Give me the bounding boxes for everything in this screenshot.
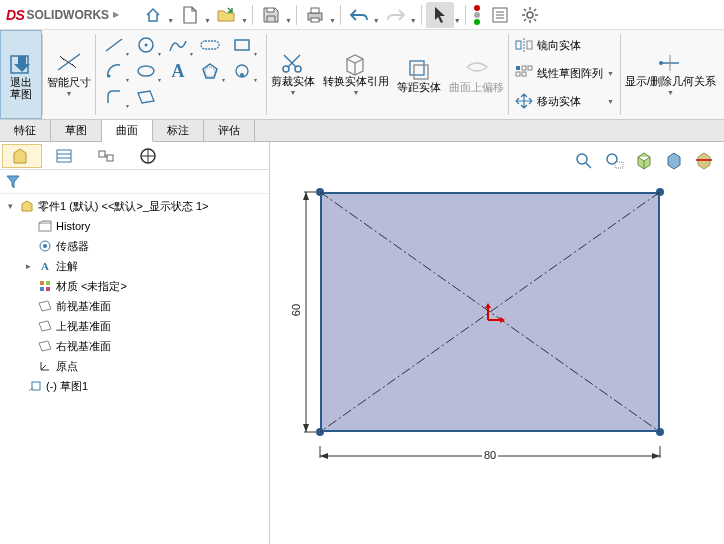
print-button[interactable] [301, 2, 329, 28]
tree-origin[interactable]: 原点 [0, 356, 269, 376]
exit-sketch-button[interactable]: 退出草图 [0, 30, 42, 119]
svg-rect-31 [516, 72, 520, 76]
smart-dimension-button[interactable]: 智能尺寸 ▼ [43, 30, 95, 119]
zoom-area-button[interactable] [600, 148, 628, 172]
logo-dropdown-icon[interactable]: ▶ [113, 10, 119, 19]
command-tabs: 特征 草图 曲面 标注 评估 [0, 120, 724, 142]
svg-marker-70 [303, 424, 309, 432]
svg-point-7 [527, 12, 533, 18]
filter-row[interactable] [0, 170, 269, 194]
front-plane-label: 前视基准面 [56, 299, 111, 314]
options-list-button[interactable] [486, 2, 514, 28]
ellipse-tool[interactable]: ▾ [130, 58, 162, 84]
svg-point-57 [577, 154, 587, 164]
circle-tool[interactable]: ▾ [130, 32, 162, 58]
svg-rect-24 [414, 65, 428, 79]
tree-history[interactable]: History [0, 216, 269, 236]
property-manager-tab[interactable] [44, 144, 84, 168]
tree-top-plane[interactable]: 上视基准面 [0, 316, 269, 336]
sensors-label: 传感器 [56, 239, 89, 254]
trim-entities-button[interactable]: 剪裁实体▼ [267, 30, 319, 119]
smart-dimension-label: 智能尺寸 [47, 76, 91, 88]
display-relations-button[interactable]: 显示/删除几何关系▼ [621, 30, 720, 119]
move-entities-button[interactable]: 移动实体▼ [511, 88, 618, 114]
dimension-h-value[interactable]: 80 [482, 449, 498, 461]
quick-access-toolbar: ▼ ▼ ▼ ▼ ▼ ▼ ▼ ▼ [139, 2, 544, 28]
convert-entities-button[interactable]: 转换实体引用▼ [319, 30, 393, 119]
mirror-entities-button[interactable]: 镜向实体 [511, 32, 618, 58]
home-button[interactable] [139, 2, 167, 28]
polygon-tool[interactable]: ▾ [194, 58, 226, 84]
graphics-viewport[interactable]: ◈ 腾轩 60 [270, 142, 724, 544]
svg-rect-36 [57, 150, 71, 162]
app-logo-sw: SOLIDWORKS [26, 8, 109, 22]
svg-rect-40 [107, 155, 113, 161]
app-logo-ds: DS [6, 7, 24, 23]
tree-sensors[interactable]: 传感器 [0, 236, 269, 256]
tree-root[interactable]: ▾零件1 (默认) <<默认>_显示状态 1> [0, 196, 269, 216]
svg-point-10 [145, 44, 148, 47]
svg-line-54 [41, 365, 46, 370]
exit-sketch-label: 退出草图 [5, 76, 37, 100]
slot-tool[interactable] [194, 32, 226, 58]
svg-rect-26 [516, 41, 521, 49]
svg-marker-74 [320, 453, 328, 459]
tab-sketch[interactable]: 草图 [51, 120, 102, 141]
feature-manager-tab[interactable] [2, 144, 42, 168]
save-button[interactable] [257, 2, 285, 28]
rectangle-tool[interactable]: ▾ [226, 32, 258, 58]
tree-material[interactable]: 材质 <未指定> [0, 276, 269, 296]
trim-label: 剪裁实体 [271, 75, 315, 87]
origin-label: 原点 [56, 359, 78, 374]
settings-button[interactable] [516, 2, 544, 28]
tab-features[interactable]: 特征 [0, 120, 51, 141]
view-orientation-button[interactable] [630, 148, 658, 172]
linear-pattern-button[interactable]: 线性草图阵列▼ [511, 60, 618, 86]
surface-offset-label: 曲面上偏移 [449, 81, 504, 93]
top-plane-label: 上视基准面 [56, 319, 111, 334]
offset-entities-button[interactable]: 等距实体 [393, 30, 445, 119]
line-tool[interactable]: ▾ [98, 32, 130, 58]
svg-rect-51 [46, 287, 50, 291]
transform-group: 镜向实体 线性草图阵列▼ 移动实体▼ [509, 30, 620, 119]
tab-evaluate[interactable]: 评估 [204, 120, 255, 141]
feature-tree: ▾零件1 (默认) <<默认>_显示状态 1> History 传感器 ▸A注解… [0, 194, 269, 544]
section-view-button[interactable] [690, 148, 718, 172]
point-tool[interactable]: ▾ [226, 58, 258, 84]
arc-tool[interactable]: ▾ [98, 58, 130, 84]
tree-annotations[interactable]: ▸A注解 [0, 256, 269, 276]
spline-tool[interactable]: ▾ [162, 32, 194, 58]
display-relations-label: 显示/删除几何关系 [625, 75, 716, 87]
tree-front-plane[interactable]: 前视基准面 [0, 296, 269, 316]
tree-right-plane[interactable]: 右视基准面 [0, 336, 269, 356]
new-button[interactable] [176, 2, 204, 28]
svg-point-18 [240, 73, 244, 77]
panel-tabs [0, 142, 269, 170]
svg-rect-39 [99, 151, 105, 157]
text-tool[interactable]: A [162, 58, 194, 84]
history-label: History [56, 220, 90, 232]
tab-annotate[interactable]: 标注 [153, 120, 204, 141]
sketch-tools-group: ▾ ▾ ▾ ▾ ▾ ▾ A ▾ ▾ ▾ [96, 30, 266, 119]
svg-point-16 [205, 67, 215, 77]
svg-rect-1 [311, 8, 319, 13]
svg-marker-65 [485, 303, 491, 308]
zoom-fit-button[interactable] [570, 148, 598, 172]
svg-rect-11 [201, 41, 219, 49]
svg-line-8 [106, 39, 122, 51]
sketch-geometry: 60 80 [320, 192, 690, 472]
redo-button[interactable] [382, 2, 410, 28]
tree-sketch1[interactable]: (-) 草图1 [0, 376, 269, 396]
config-manager-tab[interactable] [86, 144, 126, 168]
svg-marker-75 [652, 453, 660, 459]
fillet-tool[interactable]: ▾ [98, 84, 130, 110]
select-tool-button[interactable] [426, 2, 454, 28]
svg-rect-32 [522, 72, 526, 76]
display-style-button[interactable] [660, 148, 688, 172]
dimension-v-value[interactable]: 60 [290, 302, 302, 318]
open-button[interactable] [213, 2, 241, 28]
plane-tool[interactable] [130, 84, 162, 110]
dimxpert-tab[interactable] [128, 144, 168, 168]
tab-surface[interactable]: 曲面 [102, 120, 153, 142]
undo-button[interactable] [345, 2, 373, 28]
